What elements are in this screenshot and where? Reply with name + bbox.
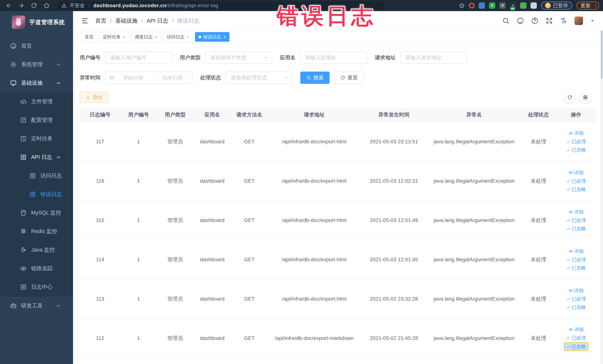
action-已忽略[interactable]: 已忽略 — [565, 343, 588, 350]
action-label: 已忽略 — [572, 186, 586, 193]
action-已处理[interactable]: 已处理 — [566, 257, 586, 263]
action-详细[interactable]: 详细 — [568, 248, 584, 255]
logo-row[interactable]: 芋道管理系统 — [0, 11, 73, 33]
action-已忽略[interactable]: 已忽略 — [566, 304, 586, 311]
browser-reload-icon[interactable] — [31, 2, 37, 9]
extension-puzzle-icon[interactable] — [531, 2, 537, 9]
question-icon[interactable] — [531, 17, 538, 24]
tab-首页[interactable]: 首页 — [81, 32, 97, 42]
exception-time-range-input[interactable]: 开始日期 - 结束日期 — [105, 71, 192, 84]
action-已处理[interactable]: 已处理 — [566, 335, 586, 341]
refresh-table-button[interactable] — [564, 92, 576, 103]
sidebar-item-redis[interactable]: Redis 监控 — [0, 222, 73, 241]
sidebar-item-infra[interactable]: 基础设施 — [0, 74, 73, 92]
action-label: 详细 — [574, 287, 584, 294]
reset-button[interactable]: 重置 — [334, 71, 364, 84]
sidebar-item-home[interactable]: 首页 — [0, 37, 73, 55]
browser-home-icon[interactable] — [43, 2, 50, 9]
action-已处理[interactable]: 已处理 — [566, 178, 586, 184]
action-已忽略[interactable]: 已忽略 — [566, 225, 586, 232]
action-已忽略[interactable]: 已忽略 — [566, 147, 586, 153]
sidebar-item-system[interactable]: 系统管理 — [0, 55, 73, 74]
profile-chip[interactable]: 已暂停 — [541, 1, 572, 10]
window-scrollbar[interactable] — [600, 11, 603, 364]
breadcrumb-item[interactable]: API 日志 — [147, 17, 168, 25]
tab-close-icon[interactable]: × — [187, 35, 189, 39]
action-详细[interactable]: 详细 — [568, 169, 584, 176]
tab-调度日志[interactable]: 调度日志× — [131, 32, 161, 42]
bookmark-star-icon[interactable] — [459, 2, 465, 9]
extension-adblock-icon[interactable] — [469, 3, 475, 8]
action-详细[interactable]: 详细 — [568, 287, 584, 294]
sidebar-item-error-log[interactable]: 错误日志 — [0, 185, 73, 204]
action-已忽略[interactable]: 已忽略 — [566, 265, 586, 271]
extension-leaf-icon[interactable] — [520, 2, 526, 9]
tab-close-icon[interactable]: × — [223, 35, 226, 39]
fullscreen-icon[interactable] — [545, 17, 553, 24]
process-status-select[interactable]: 请选择处理状态 — [226, 71, 292, 84]
user-menu-caret-icon[interactable] — [590, 18, 595, 23]
tags-view: 首页定时任务×调度日志×访问日志×错误日志× — [73, 30, 603, 43]
tab-close-icon[interactable]: × — [155, 35, 157, 39]
action-已忽略[interactable]: 已忽略 — [566, 186, 586, 193]
browser-back-icon[interactable] — [6, 2, 12, 9]
action-详细[interactable]: 详细 — [568, 326, 584, 333]
tab-close-icon[interactable]: × — [123, 35, 126, 39]
sidebar-item-trace[interactable]: 链路追踪 — [0, 259, 73, 278]
sidebar-item-mysql[interactable]: MySQL 监控 — [0, 204, 73, 222]
search-icon[interactable] — [502, 17, 510, 24]
not-secure-warning-icon[interactable] — [61, 3, 67, 8]
collapse-sidebar-icon[interactable] — [81, 17, 89, 24]
user-id-input[interactable] — [105, 52, 172, 64]
sidebar-item-api-log[interactable]: API 日志 — [0, 148, 73, 166]
address-bar[interactable]: 不安全 | dashboard.yudao.iocoder.cn/infra/l… — [57, 1, 385, 10]
extension-switch-on-icon[interactable]: ≡on — [510, 2, 516, 9]
breadcrumb-item[interactable]: 基础设施 — [115, 17, 138, 25]
not-secure-label[interactable]: 不安全 — [70, 2, 85, 9]
cell-id: 117 — [80, 122, 120, 161]
browser-forward-icon[interactable] — [18, 2, 24, 9]
sidebar-item-config[interactable]: 配置管理 — [0, 111, 73, 129]
github-icon[interactable] — [517, 17, 524, 24]
extension-grid-apps-icon[interactable]: ⠿ — [499, 2, 506, 9]
tab-错误日志[interactable]: 错误日志× — [195, 32, 230, 42]
process-status-placeholder: 请选择处理状态 — [231, 74, 284, 81]
tab-访问日志[interactable]: 访问日志× — [163, 32, 193, 42]
column-header: 用户类型 — [157, 107, 194, 122]
breadcrumb-item[interactable]: 首页 — [95, 17, 106, 25]
sidebar-item-log-center[interactable]: 日志中心 — [0, 278, 73, 296]
user-avatar[interactable] — [574, 16, 583, 25]
column-header: 请求方法名 — [231, 107, 268, 122]
eye-icon — [568, 288, 573, 293]
app-title: 芋道管理系统 — [29, 18, 65, 26]
sidebar-item-java[interactable]: Java 监控 — [0, 241, 73, 259]
sidebar-item-file[interactable]: 文件管理 — [0, 92, 73, 111]
sidebar-item-access-log[interactable]: 访问日志 — [0, 166, 73, 185]
column-visibility-button[interactable] — [580, 92, 591, 103]
start-date-placeholder: 开始日期 — [117, 74, 149, 81]
export-button-label: 导出 — [93, 94, 103, 101]
update-button[interactable]: 更新 ⋮ — [576, 1, 599, 10]
process-status-label: 处理状态 — [200, 74, 221, 81]
action-已处理[interactable]: 已处理 — [566, 138, 586, 145]
extension-v-green-icon[interactable]: V — [489, 2, 495, 9]
extension-shield-icon[interactable] — [479, 2, 485, 9]
cell-url: /api/infra/db-doc/export-html — [268, 201, 360, 240]
cell-app: dashboard — [194, 240, 231, 279]
sidebar-item-label: 研发工具 — [21, 302, 43, 309]
action-详细[interactable]: 详细 — [568, 130, 584, 137]
request-url-input[interactable] — [400, 52, 467, 64]
profile-chip-label: 已暂停 — [553, 2, 568, 9]
user-type-select[interactable]: 请选择用户类型 — [205, 52, 272, 64]
font-size-icon[interactable] — [560, 17, 568, 24]
tab-定时任务[interactable]: 定时任务× — [99, 32, 129, 42]
url-text[interactable]: dashboard.yudao.iocoder.cn/infra/log/api… — [93, 3, 218, 9]
action-已处理[interactable]: 已处理 — [566, 217, 586, 224]
action-已处理[interactable]: 已处理 — [566, 296, 586, 302]
export-button[interactable]: 导出 — [80, 92, 109, 103]
sidebar-item-dev-tools[interactable]: 研发工具 — [0, 296, 73, 315]
app-name-input[interactable] — [300, 52, 367, 64]
search-button[interactable]: 搜索 — [300, 71, 330, 84]
sidebar-item-job[interactable]: 定时任务 — [0, 129, 73, 148]
action-详细[interactable]: 详细 — [568, 209, 584, 215]
